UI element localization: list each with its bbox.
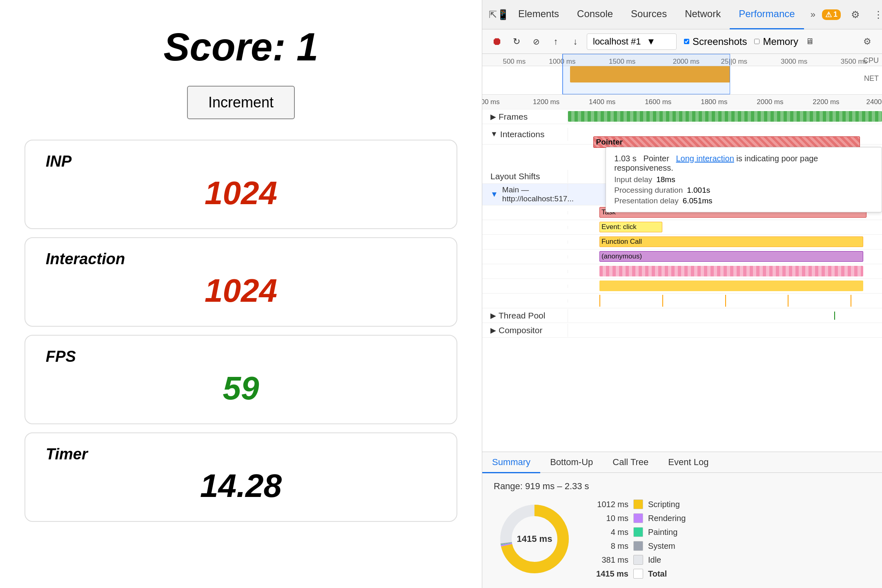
event-click-label xyxy=(482,226,568,229)
function-call-bar[interactable]: Function Call xyxy=(599,236,863,247)
screenshots-label: Screenshots xyxy=(693,36,747,47)
url-selector[interactable]: localhost #1 ▼ xyxy=(587,33,677,50)
summary-legend: 1012 ms Scripting 10 ms Rendering 4 ms P… xyxy=(592,499,686,579)
devtools-toolbar: ⏺ ↻ ⊘ ↑ ↓ localhost #1 ▼ Screenshots Mem… xyxy=(482,29,882,54)
pink-label xyxy=(482,270,568,273)
frames-label: ▶ Frames xyxy=(482,110,568,123)
tab-performance[interactable]: Performance xyxy=(730,0,804,29)
settings-icon[interactable]: ⚙ xyxy=(847,7,864,23)
layout-shifts-label-text: Layout Shifts xyxy=(490,172,540,181)
record-button[interactable]: ⏺ xyxy=(489,33,505,50)
increment-button[interactable]: Increment xyxy=(187,86,295,119)
event-click-label-text: Event: click xyxy=(601,223,637,231)
fps-card: FPS 59 xyxy=(24,335,457,424)
thread-pool-content xyxy=(568,308,882,323)
frames-label-text: Frames xyxy=(499,112,528,122)
net-label: NET xyxy=(864,74,879,83)
anonymous-bar[interactable]: (anonymous) xyxy=(599,251,863,262)
more-options-icon[interactable]: ⋮ xyxy=(870,7,882,23)
legend-painting-swatch xyxy=(633,527,643,537)
upload-button[interactable]: ↑ xyxy=(548,33,564,50)
tab-call-tree[interactable]: Call Tree xyxy=(603,452,658,473)
timeline-main[interactable]: 00 ms 1200 ms 1400 ms 1600 ms 1800 ms 20… xyxy=(482,95,882,452)
anonymous-label-text: (anonymous) xyxy=(601,252,642,261)
tab-elements[interactable]: Elements xyxy=(509,0,568,29)
pointer-interaction-bar[interactable]: Pointer xyxy=(593,136,860,148)
warning-badge: ⚠ 1 xyxy=(822,9,841,20)
compositor-collapse-icon[interactable]: ▶ xyxy=(490,326,496,335)
reload-button[interactable]: ↻ xyxy=(508,33,525,50)
toolbar-settings-icon[interactable]: ⚙ xyxy=(859,33,875,50)
legend-rendering: 10 ms Rendering xyxy=(592,513,686,523)
memory-icon[interactable]: 🖥 xyxy=(802,33,818,50)
interactions-collapse-icon[interactable]: ▼ xyxy=(490,130,498,138)
warning-count: 1 xyxy=(833,10,837,19)
yellow-row xyxy=(482,279,882,294)
thread-pool-collapse-icon[interactable]: ▶ xyxy=(490,311,496,320)
pink-content xyxy=(568,264,882,279)
main-thread-collapse-icon[interactable]: ▼ xyxy=(490,190,498,199)
tab-event-log-label: Event Log xyxy=(668,457,708,468)
pink-pattern-bar xyxy=(599,266,863,276)
yellow-label xyxy=(482,285,568,288)
more-tabs-button[interactable]: » xyxy=(804,9,822,20)
memory-checkbox[interactable] xyxy=(754,39,760,44)
legend-rendering-name: Rendering xyxy=(648,514,686,523)
main-tick-1600: 1600 ms xyxy=(645,98,671,106)
main-tick-2400: 2400 xyxy=(866,98,882,106)
timer-value: 14.28 xyxy=(46,467,436,505)
legend-total-swatch xyxy=(633,569,643,579)
cursor-icon[interactable]: ⇱ xyxy=(489,7,497,23)
interactions-track-row: ▼ Interactions Pointer 1.03 s Pointer xyxy=(482,124,882,145)
function-call-label xyxy=(482,241,568,244)
interactions-label-text: Interactions xyxy=(500,129,545,139)
timeline-selection[interactable] xyxy=(562,54,730,94)
legend-rendering-val: 10 ms xyxy=(592,514,628,523)
event-click-bar[interactable]: Event: click xyxy=(599,222,662,232)
tab-network[interactable]: Network xyxy=(676,0,730,29)
function-call-label-text: Function Call xyxy=(601,238,642,246)
interaction-card: Interaction 1024 xyxy=(24,237,457,327)
tooltip-input-delay: Input delay 18ms xyxy=(614,175,873,184)
tab-summary-label: Summary xyxy=(492,457,530,468)
ruler-tick-500: 500 ms xyxy=(503,58,526,66)
timer-card: Timer 14.28 xyxy=(24,432,457,522)
tab-bottom-up[interactable]: Bottom-Up xyxy=(540,452,603,473)
legend-total-val: 1415 ms xyxy=(592,569,628,579)
legend-idle-swatch xyxy=(633,555,643,565)
interactions-content: Pointer 1.03 s Pointer Long interaction … xyxy=(568,124,882,144)
score-title: Score: 1 xyxy=(164,24,318,69)
devtools-topbar: ⇱ 📱 Elements Console Sources Network Per… xyxy=(482,0,882,29)
tab-call-tree-label: Call Tree xyxy=(612,457,648,468)
frames-track-row: ▶ Frames xyxy=(482,109,882,124)
tooltip-warning-link[interactable]: Long interaction xyxy=(676,154,734,163)
vertical-line-2 xyxy=(662,295,663,307)
memory-group: Memory xyxy=(754,36,798,47)
inp-label: INP xyxy=(46,153,436,170)
inp-card: INP 1024 xyxy=(24,140,457,229)
device-icon[interactable]: 📱 xyxy=(497,7,509,23)
legend-idle-val: 381 ms xyxy=(592,555,628,565)
tab-console[interactable]: Console xyxy=(568,0,622,29)
ruler-tick-3000: 3000 ms xyxy=(781,58,807,66)
clear-button[interactable]: ⊘ xyxy=(528,33,544,50)
compositor-row: ▶ Compositor xyxy=(482,323,882,338)
donut-chart: 1415 ms xyxy=(494,498,575,580)
event-click-row: Event: click xyxy=(482,220,882,235)
frames-collapse-icon[interactable]: ▶ xyxy=(490,112,496,121)
main-tick-2000: 2000 ms xyxy=(757,98,783,106)
thread-pool-label-text: Thread Pool xyxy=(499,311,545,321)
tab-sources[interactable]: Sources xyxy=(622,0,676,29)
pink-row xyxy=(482,264,882,279)
tab-event-log[interactable]: Event Log xyxy=(658,452,718,473)
download-button[interactable]: ↓ xyxy=(567,33,584,50)
screenshots-checkbox[interactable] xyxy=(684,39,689,44)
timeline-overview[interactable]: 500 ms 1000 ms 1500 ms 2000 ms 25||0 ms … xyxy=(482,54,882,95)
interaction-tooltip: 1.03 s Pointer Long interaction is indic… xyxy=(606,147,882,212)
legend-total: 1415 ms Total xyxy=(592,569,686,579)
main-thread-label-text: Main — http://localhost:517... xyxy=(502,185,574,203)
frames-bar xyxy=(568,111,882,122)
yellow-content xyxy=(568,279,882,294)
function-call-content: Function Call xyxy=(568,235,882,249)
tab-summary[interactable]: Summary xyxy=(482,452,540,473)
